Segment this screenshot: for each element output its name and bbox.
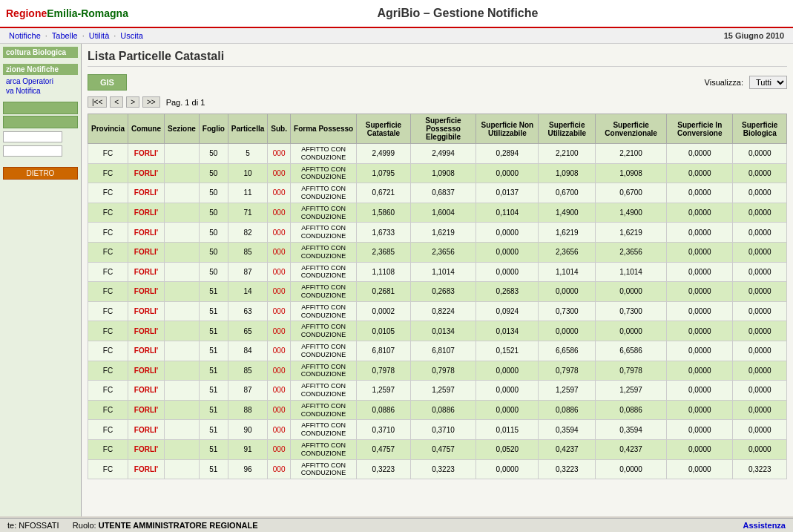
table-cell: [165, 381, 200, 401]
table-cell: 51: [199, 420, 228, 440]
table-cell: AFFITTO CON CONDUZIONE: [290, 242, 356, 262]
table-cell: 1,4900: [596, 203, 667, 223]
table-cell: 85: [228, 361, 267, 381]
table-cell: 2,4994: [410, 144, 476, 164]
table-cell: 0,0002: [357, 301, 410, 321]
logo-red: Regione: [6, 7, 47, 19]
table-cell: 50: [199, 144, 228, 164]
sidebar-link-notifica[interactable]: va Notifica: [3, 86, 78, 96]
table-header-row: Provincia Comune Sezione Foglio Particel…: [88, 114, 787, 144]
table-cell: AFFITTO CON CONDUZIONE: [290, 400, 356, 420]
table-cell: 1,1014: [596, 262, 667, 282]
table-cell: 0,7978: [357, 361, 410, 381]
nav-notifiche[interactable]: Notifiche: [9, 31, 41, 40]
sidebar-title2[interactable]: zione Notifiche: [3, 64, 78, 75]
table-cell: 2,2100: [539, 144, 596, 164]
table-cell: AFFITTO CON CONDUZIONE: [290, 321, 356, 341]
table-cell: 000: [268, 144, 291, 164]
table-cell: AFFITTO CON CONDUZIONE: [290, 301, 356, 321]
table-cell: 0,0000: [667, 144, 733, 164]
sidebar-back-button[interactable]: DIETRO: [3, 167, 78, 180]
nav-tabelle[interactable]: Tabelle: [52, 31, 78, 40]
table-cell: FC: [88, 301, 128, 321]
table-cell: 0,0000: [539, 321, 596, 341]
col-comune: Comune: [128, 114, 165, 144]
table-cell: AFFITTO CON CONDUZIONE: [290, 459, 356, 479]
table-cell: 0,0000: [476, 223, 539, 243]
table-row: FCFORLI'5165000AFFITTO CON CONDUZIONE0,0…: [88, 321, 787, 341]
table-cell: 0,0886: [539, 400, 596, 420]
table-cell: AFFITTO CON CONDUZIONE: [290, 420, 356, 440]
table-cell: 82: [228, 223, 267, 243]
pag-next-button[interactable]: >: [126, 96, 139, 108]
table-cell: [165, 341, 200, 361]
table-cell: 0,7978: [596, 361, 667, 381]
table-cell: 000: [268, 381, 291, 401]
table-row: FCFORLI'5185000AFFITTO CON CONDUZIONE0,7…: [88, 361, 787, 381]
sidebar-btn1[interactable]: [3, 102, 78, 114]
table-row: FCFORLI'5011000AFFITTO CON CONDUZIONE0,6…: [88, 183, 787, 203]
table-cell: 0,0000: [733, 439, 787, 459]
table-cell: 50: [199, 203, 228, 223]
table-cell: 1,1108: [357, 262, 410, 282]
table-cell: [165, 459, 200, 479]
pag-first-button[interactable]: |<<: [88, 96, 107, 108]
table-cell: FORLI': [128, 400, 165, 420]
table-cell: [165, 144, 200, 164]
table-cell: 0,0000: [733, 420, 787, 440]
table-cell: 1,5860: [357, 203, 410, 223]
nav-utilita[interactable]: Utilità: [89, 31, 110, 40]
table-row: FCFORLI'5071000AFFITTO CON CONDUZIONE1,5…: [88, 203, 787, 223]
table-cell: 0,0000: [476, 459, 539, 479]
table-cell: 000: [268, 301, 291, 321]
table-cell: 2,4999: [357, 144, 410, 164]
sidebar-link-operatori[interactable]: arca Operatori: [3, 76, 78, 86]
sidebar-input1[interactable]: [3, 131, 62, 142]
table-cell: [165, 439, 200, 459]
table-cell: 0,7300: [539, 301, 596, 321]
table-cell: AFFITTO CON CONDUZIONE: [290, 223, 356, 243]
table-cell: 88: [228, 400, 267, 420]
table-cell: 0,0137: [476, 183, 539, 203]
nav-uscita[interactable]: Uscita: [120, 31, 143, 40]
table-cell: 6,8107: [410, 341, 476, 361]
table-cell: 2,3685: [357, 242, 410, 262]
gis-button[interactable]: GIS: [88, 74, 127, 91]
table-row: FCFORLI'5010000AFFITTO CON CONDUZIONE1,0…: [88, 163, 787, 183]
table-cell: [165, 203, 200, 223]
app-title: AgriBio – Gestione Notifiche: [128, 7, 787, 20]
nav-sep3: ·: [113, 31, 116, 40]
table-cell: FORLI': [128, 183, 165, 203]
col-sub: Sub.: [268, 114, 291, 144]
table-cell: FC: [88, 459, 128, 479]
sidebar-title1[interactable]: coltura Biologica: [3, 47, 78, 58]
navbar: Notifiche · Tabelle · Utilità · Uscita 1…: [0, 28, 793, 44]
table-cell: 84: [228, 341, 267, 361]
table-cell: 0,7300: [596, 301, 667, 321]
table-cell: 50: [199, 163, 228, 183]
main-layout: coltura Biologica zione Notifiche arca O…: [0, 44, 793, 516]
table-cell: 0,0000: [667, 262, 733, 282]
pag-prev-button[interactable]: <: [110, 96, 123, 108]
sidebar-input2[interactable]: [3, 145, 62, 157]
table-cell: 1,4900: [539, 203, 596, 223]
table-cell: 000: [268, 203, 291, 223]
table-cell: 0,0000: [733, 262, 787, 282]
table-cell: 90: [228, 420, 267, 440]
table-cell: [165, 242, 200, 262]
table-cell: [165, 301, 200, 321]
table-cell: 000: [268, 183, 291, 203]
table-cell: 0,3223: [410, 459, 476, 479]
table-cell: 1,6219: [539, 223, 596, 243]
table-cell: 0,0000: [667, 223, 733, 243]
col-sezione: Sezione: [165, 114, 200, 144]
table-cell: 0,0000: [596, 321, 667, 341]
pag-last-button[interactable]: >>: [142, 96, 160, 108]
sidebar-btn2[interactable]: [3, 116, 78, 128]
table-cell: 50: [199, 242, 228, 262]
table-cell: 87: [228, 262, 267, 282]
visualizza-select[interactable]: Tutti: [749, 76, 787, 89]
table-cell: 0,0000: [733, 183, 787, 203]
table-cell: 0,4757: [410, 439, 476, 459]
table-cell: [165, 321, 200, 341]
